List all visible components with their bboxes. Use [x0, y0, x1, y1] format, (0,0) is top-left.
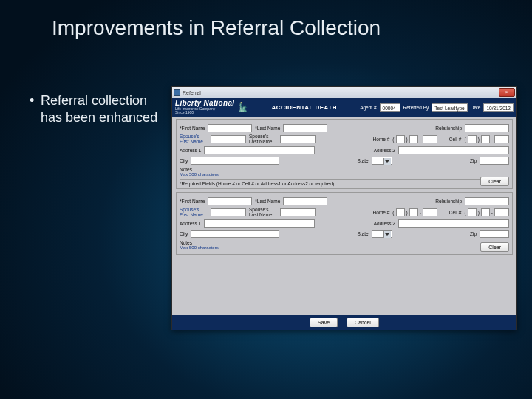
cell-area-input[interactable] [468, 135, 477, 143]
referral-card-1: *First Name *Last Name Relationship Spou… [176, 119, 513, 189]
home-prefix-input-2[interactable] [409, 208, 418, 216]
spouse-last-input[interactable] [280, 135, 316, 143]
cell-prefix-input[interactable] [481, 135, 490, 143]
addr2-input-2[interactable] [398, 219, 509, 228]
referral-card-2: *First Name *Last Name Relationship Spou… [176, 192, 513, 255]
referred-value[interactable]: Test Leadtype [432, 103, 467, 112]
last-name-label: *Last Name [255, 126, 280, 131]
relationship-label-2: Relationship [435, 199, 462, 204]
spouse-first-label: Spouse's First Name [180, 134, 208, 144]
dash: - [420, 137, 421, 142]
chars-link[interactable]: Max 500 characters [180, 172, 219, 177]
relationship-label: Relationship [435, 126, 462, 131]
relationship-input-2[interactable] [465, 197, 509, 205]
slide-title: Improvements in Referral Collection [52, 16, 381, 40]
cell-prefix-input-2[interactable] [481, 208, 490, 216]
brand-since: Since 1900 [175, 111, 234, 115]
addr1-label: Address 1 [180, 148, 201, 153]
zip-input-2[interactable] [480, 230, 509, 238]
required-note: *Required Fields (Home # or Cell # or Ad… [180, 181, 509, 186]
state-select-2[interactable] [372, 230, 392, 238]
cell-line-input[interactable] [494, 135, 509, 143]
paren-l: ( [392, 137, 394, 142]
last-name-label-2: *Last Name [255, 199, 280, 204]
spouse-last-label-2: Spouse's Last Name [249, 208, 277, 217]
notes-label: Notes [180, 167, 192, 172]
spouse-first-label-2: Spouse's First Name [180, 208, 208, 217]
date-value[interactable]: 10/31/2012 [483, 103, 514, 112]
chars-link-2[interactable]: Max 500 characters [180, 245, 219, 250]
close-button[interactable]: × [499, 88, 515, 97]
home-line-input-2[interactable] [423, 208, 437, 216]
bullet-text: Referral collection has been enhanced [41, 92, 166, 127]
home-line-input[interactable] [423, 135, 437, 143]
brand-bar: Liberty National Life Insurance Company … [172, 98, 516, 117]
first-name-input-2[interactable] [208, 197, 252, 205]
spouse-first-input-2[interactable] [211, 208, 246, 216]
cell-area-input-2[interactable] [468, 208, 477, 216]
home-area-input[interactable] [396, 135, 405, 143]
zip-input[interactable] [480, 157, 509, 165]
addr2-label: Address 2 [374, 148, 395, 153]
city-input[interactable] [191, 157, 279, 165]
city-input-2[interactable] [191, 230, 279, 238]
state-select[interactable] [372, 157, 392, 165]
cell-label-2: Cell # [449, 210, 462, 215]
city-label: City [180, 158, 188, 163]
referral-window: Referral × Liberty National Life Insuran… [171, 86, 517, 330]
referred-label: Referred By [403, 105, 429, 110]
spouse-last-input-2[interactable] [280, 208, 316, 216]
date-label: Date [471, 105, 481, 110]
home-label-2: Home # [373, 210, 390, 215]
home-label: Home # [373, 137, 390, 142]
header-title: ACCIDENTAL DEATH [253, 104, 355, 111]
agent-label: Agent # [360, 105, 376, 110]
spouse-first-input[interactable] [211, 135, 246, 143]
addr1-input-2[interactable] [204, 219, 315, 228]
window-titlebar: Referral × [172, 87, 516, 98]
zip-label: Zip [470, 158, 477, 163]
clear-button-2[interactable]: Clear [480, 242, 509, 252]
agent-value[interactable]: 00004 [380, 103, 400, 112]
save-button[interactable]: Save [310, 318, 338, 327]
spouse-last-label: Spouse's Last Name [249, 134, 277, 144]
cell-line-input-2[interactable] [494, 208, 509, 216]
home-area-input-2[interactable] [396, 208, 405, 216]
addr2-label-2: Address 2 [374, 221, 395, 226]
cell-phone-2: ( ) - [464, 208, 509, 216]
app-icon [174, 89, 180, 96]
cancel-button[interactable]: Cancel [347, 318, 379, 327]
window-title: Referral [183, 90, 201, 95]
zip-label-2: Zip [470, 231, 477, 236]
last-name-input[interactable] [283, 124, 327, 132]
addr2-input[interactable] [398, 146, 509, 154]
home-phone-2: ( ) - [392, 208, 437, 216]
state-label-2: State [358, 231, 369, 236]
paren-r: ) [406, 137, 408, 142]
addr1-label-2: Address 1 [180, 221, 201, 226]
first-name-label-2: *First Name [180, 199, 205, 204]
footer-bar: Save Cancel [172, 315, 516, 330]
torch-icon: 🗽 [237, 102, 248, 112]
notes-label-2: Notes [180, 240, 192, 245]
first-name-label: *First Name [180, 126, 205, 131]
home-phone: ( ) - [392, 135, 437, 143]
addr1-input[interactable] [204, 146, 315, 154]
state-label: State [358, 158, 369, 163]
city-label-2: City [180, 231, 188, 236]
first-name-input[interactable] [208, 124, 252, 132]
last-name-input-2[interactable] [283, 197, 327, 205]
cell-phone: ( ) - [464, 135, 509, 143]
cell-label: Cell # [449, 137, 462, 142]
home-prefix-input[interactable] [409, 135, 418, 143]
clear-button[interactable]: Clear [480, 177, 509, 186]
relationship-input[interactable] [465, 124, 509, 132]
